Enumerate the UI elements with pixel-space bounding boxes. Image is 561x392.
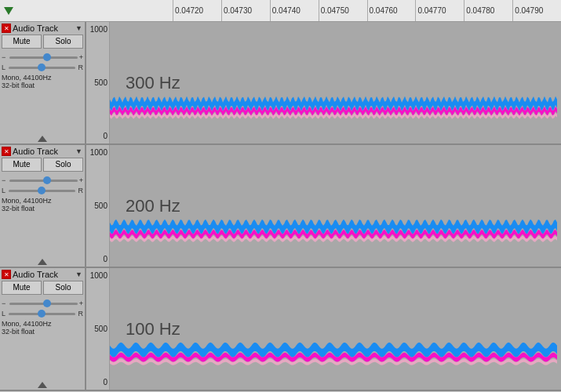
y-axis-1: 1000 500 0 [86, 22, 110, 143]
track-info-2: Mono, 44100Hz 32-bit float [2, 197, 83, 212]
y-bot-1: 0 [103, 132, 107, 140]
y-bot-3: 0 [103, 378, 107, 387]
mute-button-2[interactable]: Mute [2, 158, 42, 172]
pan-left-label-3: L [2, 310, 5, 318]
track-dropdown-2[interactable]: ▼ [75, 147, 83, 155]
ruler-labels: 0.047200.047300.047400.047500.047600.047… [173, 0, 561, 21]
mute-button-1[interactable]: Mute [2, 34, 42, 49]
pan-slider-3[interactable] [9, 313, 75, 315]
volume-max-label-3: + [79, 299, 83, 307]
track-buttons-1: Mute Solo [2, 34, 83, 49]
track-controls-1: ✕ Audio Track ▼ Mute Solo − + L R [0, 22, 86, 143]
y-axis-3: 1000 500 0 [86, 268, 110, 390]
waveform-canvas-1: 300 Hz [110, 22, 561, 143]
pan-right-label-3: R [78, 310, 84, 318]
track-header-1: ✕ Audio Track ▼ [2, 24, 83, 33]
tracks-container: ✕ Audio Track ▼ Mute Solo − + L R [0, 22, 561, 391]
track-collapse-btn-2[interactable] [38, 259, 47, 265]
volume-max-label-2: + [79, 176, 83, 184]
timeline-ruler: 0.047200.047300.047400.047500.047600.047… [0, 0, 561, 22]
volume-slider-2[interactable] [9, 180, 78, 182]
pan-row-2: L R [2, 187, 83, 194]
svg-rect-0 [110, 22, 557, 143]
y-axis-2: 1000 500 0 [86, 145, 110, 267]
pan-right-label-2: R [78, 187, 84, 194]
track-info-line1-1: Mono, 44100Hz [2, 74, 83, 82]
volume-slider-row-2: − + [2, 176, 83, 184]
track-info-line2-2: 32-bit float [2, 205, 83, 212]
svg-rect-1 [110, 145, 557, 267]
y-mid-1: 500 [94, 78, 107, 87]
ruler-tick-3: 0.04750 [319, 0, 367, 21]
track-info-1: Mono, 44100Hz 32-bit float [2, 74, 83, 89]
pan-slider-1[interactable] [9, 67, 75, 69]
volume-slider-row-3: − + [2, 299, 83, 307]
track-inner-3: 1000 500 0 100 Hz [86, 268, 561, 390]
track-header-3: ✕ Audio Track ▼ [2, 270, 83, 279]
pan-row-3: L R [2, 310, 83, 318]
track-name-2: Audio Track [13, 147, 74, 156]
pan-slider-2[interactable] [9, 190, 75, 192]
track-info-line1-3: Mono, 44100Hz [2, 320, 83, 328]
solo-button-1[interactable]: Solo [43, 34, 83, 49]
track-close-btn-1[interactable]: ✕ [2, 24, 11, 33]
y-bot-2: 0 [103, 255, 107, 263]
volume-min-label-3: − [2, 299, 8, 307]
track-controls-3: ✕ Audio Track ▼ Mute Solo − + L R [0, 268, 86, 390]
track-dropdown-1[interactable]: ▼ [75, 24, 83, 32]
volume-slider-row-1: − + [2, 53, 83, 61]
track-controls-2: ✕ Audio Track ▼ Mute Solo − + L R [0, 145, 86, 267]
ruler-tick-6: 0.04780 [464, 0, 512, 21]
waveform-canvas-2: 200 Hz [110, 145, 561, 267]
track-name-1: Audio Track [13, 24, 74, 33]
track-info-line1-2: Mono, 44100Hz [2, 197, 83, 205]
y-top-2: 1000 [90, 148, 107, 157]
track-buttons-2: Mute Solo [2, 158, 83, 172]
track-1: ✕ Audio Track ▼ Mute Solo − + L R [0, 22, 561, 145]
volume-max-label-1: + [79, 53, 83, 61]
solo-button-3[interactable]: Solo [43, 281, 83, 295]
play-cursor-icon [4, 7, 13, 15]
volume-slider-1[interactable] [9, 56, 78, 59]
y-mid-3: 500 [94, 325, 107, 333]
waveform-canvas-3: 100 Hz [110, 268, 561, 390]
ruler-tick-5: 0.04770 [415, 0, 464, 21]
y-top-1: 1000 [90, 25, 107, 34]
solo-button-2[interactable]: Solo [43, 158, 83, 172]
svg-rect-2 [110, 268, 557, 390]
ruler-tick-0: 0.04720 [173, 0, 221, 21]
y-top-3: 1000 [90, 271, 107, 280]
track-header-2: ✕ Audio Track ▼ [2, 147, 83, 156]
track-close-btn-3[interactable]: ✕ [2, 270, 11, 279]
ruler-tick-1: 0.04730 [221, 0, 270, 21]
track-buttons-3: Mute Solo [2, 281, 83, 295]
track-collapse-btn-3[interactable] [38, 382, 47, 388]
track-dropdown-3[interactable]: ▼ [75, 270, 83, 278]
track-info-line2-3: 32-bit float [2, 328, 83, 336]
pan-left-label-2: L [2, 187, 5, 194]
track-collapse-btn-1[interactable] [38, 136, 47, 142]
ruler-tick-4: 0.04760 [367, 0, 416, 21]
ruler-tick-7: 0.04790 [512, 0, 561, 21]
pan-left-label-1: L [2, 64, 5, 71]
track-inner-2: 1000 500 0 200 Hz [86, 145, 561, 267]
track-info-line2-1: 32-bit float [2, 82, 83, 89]
track-name-3: Audio Track [13, 270, 74, 279]
track-inner-1: 1000 500 0 300 Hz [86, 22, 561, 143]
y-mid-2: 500 [94, 201, 107, 210]
track-3: ✕ Audio Track ▼ Mute Solo − + L R [0, 268, 561, 391]
pan-row-1: L R [2, 64, 83, 71]
volume-slider-3[interactable] [9, 303, 78, 305]
volume-min-label-2: − [2, 176, 8, 184]
mute-button-3[interactable]: Mute [2, 281, 42, 295]
ruler-tick-2: 0.04740 [270, 0, 319, 21]
volume-min-label-1: − [2, 53, 8, 61]
track-2: ✕ Audio Track ▼ Mute Solo − + L R [0, 145, 561, 268]
track-close-btn-2[interactable]: ✕ [2, 147, 11, 156]
pan-right-label-1: R [78, 64, 84, 71]
track-info-3: Mono, 44100Hz 32-bit float [2, 320, 83, 336]
